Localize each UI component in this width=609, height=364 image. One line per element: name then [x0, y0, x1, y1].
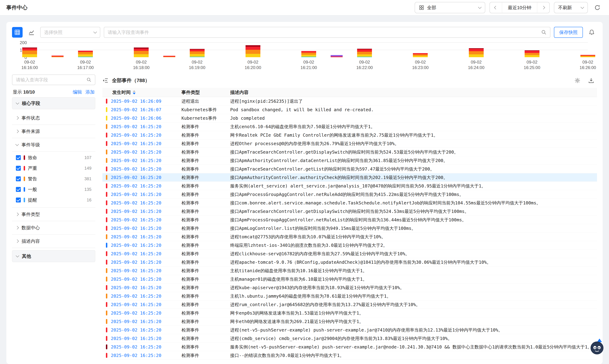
- event-time-link[interactable]: 2025-09-02 16:25:20: [111, 150, 161, 155]
- event-row[interactable]: 2025-09-02 16:25:20检测事件进程kube-apiserver@…: [102, 284, 597, 292]
- event-time-link[interactable]: 2025-09-02 16:25:20: [111, 353, 161, 358]
- event-row[interactable]: 2025-09-02 16:25:20检测事件进程clickhouse-serv…: [102, 250, 597, 258]
- event-row[interactable]: 2025-09-02 16:25:20检测事件接口ApmAuthorityCon…: [102, 156, 597, 165]
- event-time-link[interactable]: 2025-09-02 16:25:20: [111, 124, 161, 129]
- event-time-link[interactable]: 2025-09-02 16:25:20: [111, 336, 161, 341]
- event-row[interactable]: 2025-09-02 16:25:20检测事件主机cenot6.10-64的磁盘…: [102, 122, 597, 131]
- severity-filter-row[interactable]: 致命107: [12, 152, 95, 163]
- event-row[interactable]: 2025-09-02 16:25:20检测事件进程rum_controller.…: [102, 300, 597, 309]
- refresh-mode-select[interactable]: 不刷新: [554, 2, 588, 13]
- event-time-link[interactable]: 2025-09-02 16:25:20: [111, 132, 161, 138]
- event-time-link[interactable]: 2025-09-02 16:25:20: [111, 217, 161, 222]
- event-row[interactable]: 2025-09-02 16:25:20检测事件接口ApmTraceSearchC…: [102, 165, 597, 173]
- event-row[interactable]: 2025-09-02 16:25:20检测事件接口ApmProcessGroup…: [102, 190, 597, 199]
- severity-filter-row[interactable]: 一般135: [12, 184, 95, 195]
- event-time-link[interactable]: 2025-09-02 16:26:06: [111, 116, 161, 121]
- event-row[interactable]: 2025-09-02 16:26:07Kubernetes事件Pod sandb…: [102, 105, 597, 114]
- edit-fields-link[interactable]: 编辑: [73, 89, 82, 95]
- scope-select[interactable]: 全部: [415, 2, 485, 13]
- field-item[interactable]: 数据中心: [12, 221, 95, 234]
- event-row[interactable]: 2025-09-02 16:25:20检测事件网卡eth0的网络发送速率当前为2…: [102, 317, 597, 326]
- gear-icon[interactable]: [574, 78, 580, 83]
- event-row[interactable]: 2025-09-02 16:25:20检测事件接口com.bonree.aler…: [102, 199, 597, 207]
- field-group-core[interactable]: 核心字段: [12, 97, 95, 109]
- severity-checkbox[interactable]: [16, 166, 21, 171]
- event-time-link[interactable]: 2025-09-02 16:25:20: [111, 226, 161, 231]
- event-row[interactable]: 2025-09-02 16:25:20检测事件主机manager01的磁盘使用率…: [102, 275, 597, 284]
- severity-filter-row[interactable]: 警告381: [12, 173, 95, 184]
- event-time-link[interactable]: 2025-09-02 16:25:20: [111, 260, 161, 265]
- event-row[interactable]: 2025-09-02 16:25:20检测事件接口ApmTraceSearchC…: [102, 207, 597, 216]
- outdent-icon[interactable]: [102, 78, 108, 83]
- event-row[interactable]: 2025-09-02 16:25:20检测事件接口ApmTraceSearchC…: [102, 148, 597, 156]
- event-row[interactable]: 2025-09-02 16:25:20检测事件进程tomcat@27753的内存…: [102, 233, 597, 241]
- event-row[interactable]: 2025-09-02 16:25:20检测事件主机lh.ubuntu.jammy…: [102, 292, 597, 300]
- event-time-link[interactable]: 2025-09-02 16:25:20: [111, 319, 161, 324]
- event-row[interactable]: 2025-09-02 16:25:20检测事件接口--的错误次数当前为70.0最…: [102, 351, 597, 360]
- event-row[interactable]: 2025-09-02 16:25:20检测事件接口ApmProcessGroup…: [102, 216, 597, 224]
- event-time-link[interactable]: 2025-09-02 16:25:20: [111, 277, 161, 282]
- event-row[interactable]: 2025-09-02 16:25:20检测事件进程(cmdb_service) …: [102, 334, 597, 343]
- event-time-link[interactable]: 2025-09-02 16:25:20: [111, 234, 161, 239]
- severity-filter-row[interactable]: 严重149: [12, 163, 95, 173]
- event-time-link[interactable]: 2025-09-02 16:25:20: [111, 209, 161, 214]
- event-time-link[interactable]: 2025-09-02 16:25:20: [111, 243, 161, 248]
- event-row[interactable]: 2025-09-02 16:26:09进程退出进程[nginx(pid:2562…: [102, 97, 597, 105]
- chart-view-button[interactable]: [26, 27, 37, 38]
- event-time-link[interactable]: 2025-09-02 16:25:20: [111, 327, 161, 333]
- refresh-button[interactable]: [592, 2, 603, 13]
- event-time-link[interactable]: 2025-09-02 16:25:20: [111, 311, 161, 316]
- event-search-input[interactable]: [108, 30, 538, 35]
- snapshot-select[interactable]: 选择快照: [40, 27, 100, 38]
- time-range-label[interactable]: 最近10分钟: [502, 2, 537, 13]
- severity-filter-row[interactable]: 提醒16: [12, 195, 95, 205]
- event-row[interactable]: 2025-09-02 16:25:20检测事件进程apache-tomcat-9…: [102, 258, 597, 267]
- field-search-input[interactable]: [16, 77, 84, 83]
- event-time-link[interactable]: 2025-09-02 16:25:20: [111, 344, 161, 350]
- severity-checkbox[interactable]: [16, 155, 21, 160]
- time-next-button[interactable]: [537, 2, 549, 13]
- field-item[interactable]: 描述内容: [12, 234, 95, 248]
- field-group-other[interactable]: 其他: [12, 250, 95, 262]
- event-time-link[interactable]: 2025-09-02 16:25:20: [111, 141, 161, 146]
- sort-carets[interactable]: [133, 90, 136, 94]
- event-row[interactable]: 2025-09-02 16:25:20检测事件服务实例(net-v5-pushS…: [102, 343, 597, 351]
- severity-checkbox[interactable]: [16, 187, 21, 192]
- event-time-link[interactable]: 2025-09-02 16:25:20: [111, 302, 161, 307]
- alert-subscribe-button[interactable]: [586, 27, 597, 38]
- event-time-link[interactable]: 2025-09-02 16:25:20: [111, 268, 161, 273]
- event-time-link[interactable]: 2025-09-02 16:26:07: [111, 107, 161, 112]
- event-time-link[interactable]: 2025-09-02 16:25:20: [111, 175, 161, 180]
- event-row[interactable]: 2025-09-02 16:25:20检测事件进程Other processes…: [102, 140, 597, 148]
- event-time-link[interactable]: 2025-09-02 16:25:20: [111, 192, 161, 197]
- save-snapshot-button[interactable]: 保存快照: [554, 27, 583, 38]
- event-row[interactable]: 2025-09-02 16:25:20检测事件网卡Realtek PCIe Gb…: [102, 131, 597, 140]
- event-row[interactable]: 2025-09-02 16:25:20检测事件服务实例(alert_servic…: [102, 182, 597, 190]
- event-time-link[interactable]: 2025-09-02 16:25:20: [111, 183, 161, 189]
- event-row[interactable]: 2025-09-02 16:25:20检测事件终端应用lzhtest-ios-3…: [102, 241, 597, 250]
- field-item[interactable]: 事件类型: [12, 208, 95, 221]
- time-prev-button[interactable]: [490, 2, 502, 13]
- event-row[interactable]: 2025-09-02 16:25:20检测事件进程(net-v5-pushSer…: [102, 326, 597, 334]
- field-item[interactable]: 事件来源: [12, 125, 95, 138]
- add-field-link[interactable]: 添加: [85, 89, 95, 95]
- event-time-link[interactable]: 2025-09-02 16:25:20: [111, 251, 161, 256]
- event-row[interactable]: 2025-09-02 16:26:06Kubernetes事件Job compl…: [102, 114, 597, 122]
- event-time-link[interactable]: 2025-09-02 16:25:20: [111, 158, 161, 163]
- event-row[interactable]: 2025-09-02 16:25:20检测事件接口ApmLogControlle…: [102, 224, 597, 233]
- event-time-link[interactable]: 2025-09-02 16:25:20: [111, 285, 161, 290]
- event-time-link[interactable]: 2025-09-02 16:25:20: [111, 294, 161, 299]
- assistant-robot-button[interactable]: [590, 341, 604, 356]
- event-time-link[interactable]: 2025-09-02 16:26:09: [111, 99, 161, 104]
- event-row[interactable]: 2025-09-02 16:25:20检测事件主机titanide的磁盘使用率当…: [102, 267, 597, 275]
- severity-checkbox[interactable]: [16, 197, 21, 202]
- field-item[interactable]: 事件状态: [12, 111, 95, 125]
- download-icon[interactable]: [588, 78, 594, 83]
- event-row[interactable]: 2025-09-02 16:25:20检测事件接口ApmAuthorityCon…: [102, 173, 597, 182]
- event-time-link[interactable]: 2025-09-02 16:25:20: [111, 200, 161, 206]
- table-view-button[interactable]: [12, 27, 23, 38]
- event-row[interactable]: 2025-09-02 16:25:20检测事件网卡enp0s3的网络发送速率当前…: [102, 309, 597, 317]
- field-item-severity[interactable]: 事件等级: [12, 138, 95, 152]
- severity-checkbox[interactable]: [16, 176, 21, 181]
- event-time-link[interactable]: 2025-09-02 16:25:20: [111, 167, 161, 172]
